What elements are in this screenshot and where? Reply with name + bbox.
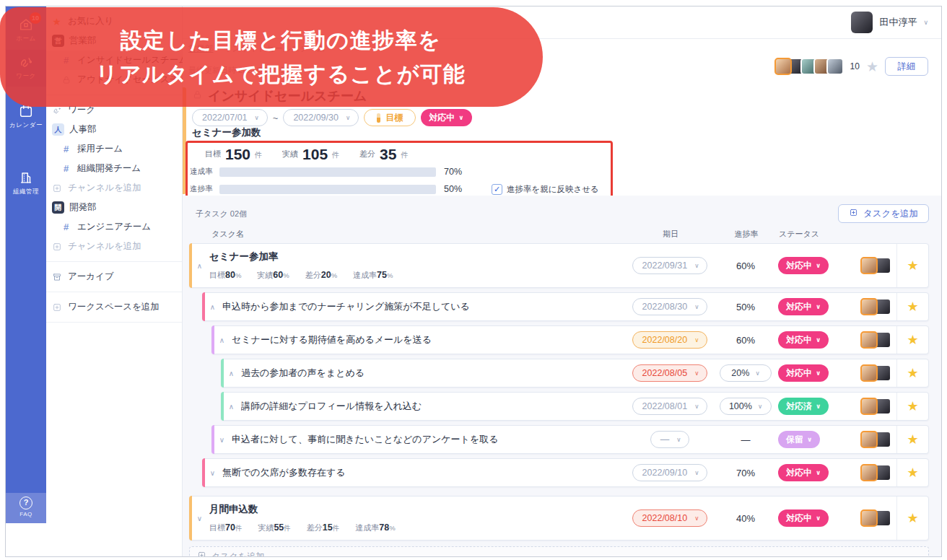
task-title[interactable]: 申込時から参加までのナーチャリング施策が不足している [222,300,621,313]
task-columns: 2022/08/01∨100%∨対応済∨ ★ [627,393,928,420]
sidebar-item-label: 組織開発チーム [77,162,141,175]
status-badge[interactable]: 対応中∨ [778,257,829,274]
add-task-button[interactable]: タスクを追加 [838,204,929,223]
assignee-avatars[interactable] [855,426,896,453]
nav-item-work[interactable]: ワーク [6,50,46,87]
status-badge[interactable]: 対応中∨ [778,364,829,382]
assignee-avatars[interactable] [855,293,896,320]
status-badge[interactable]: 保留∨ [778,431,820,448]
bar-track [219,185,436,194]
expand-chevron-icon[interactable]: ∨ [203,469,222,477]
reflect-to-parent-checkbox[interactable]: ✓ 進捗率を親に反映させる [492,184,599,195]
sidebar-item[interactable]: チャンネルを追加 [46,178,182,198]
status-badge[interactable]: 対応中∨ [778,331,829,349]
goal-status-badge[interactable]: 対応中∨ [421,109,471,126]
task-row: ∨月間申込数目標70件実績55件差分15件達成率78%2022/08/10∨40… [189,496,929,541]
sidebar-item[interactable]: 人人事部 [46,120,182,139]
sidebar-item[interactable]: #組織開発チーム [46,159,182,178]
meta-row: 営業部インサイドセールスチーム 最終更新日時 2021/04/06 19:42 … [183,39,941,79]
sidebar-item[interactable]: #インサイドセールスチーム [46,51,182,70]
sidebar: ★お気に入り営営業部#インサイドセールスチームアウトサイドセールスチームワーク人… [46,6,183,556]
task-title[interactable]: セミナーに対する期待値を高めるメールを送る [232,333,621,346]
chevron-down-icon: ∨ [676,436,681,443]
favorite-star[interactable]: ★ [907,465,918,481]
progress-select[interactable]: 20%∨ [720,364,772,382]
task-title[interactable]: 講師の詳細なプロフィール情報を入れ込む [241,400,621,413]
sidebar-item[interactable]: #エンジニアチーム [46,217,182,237]
sidebar-item[interactable]: 開開発部 [46,198,182,217]
due-date-select[interactable]: —∨ [650,431,690,448]
assignee-avatars[interactable] [855,326,896,354]
favorite-star[interactable]: ★ [907,365,918,381]
collapse-chevron-icon[interactable]: ∧ [222,369,241,377]
due-date-select[interactable]: 2022/08/01∨ [632,398,708,415]
status-badge[interactable]: 対応中∨ [778,464,829,481]
nav-item-home[interactable]: ホーム10 [6,12,46,49]
collapse-chevron-icon[interactable]: ∧ [222,403,241,411]
sidebar-item[interactable]: ★お気に入り [46,12,182,31]
due-date-select[interactable]: 2022/08/10∨ [632,509,708,527]
dept-avatar: 営 [52,35,64,47]
task-title[interactable]: セミナー参加率 [209,250,621,263]
member-avatars[interactable] [774,58,844,75]
favorite-star[interactable]: ★ [907,432,918,447]
goal-title[interactable]: インサイドセールスチーム [208,87,367,105]
expand-chevron-icon[interactable]: ∨ [212,436,232,444]
favorite-star-icon[interactable]: ★ [866,58,878,75]
task-row: ∨無断での欠席が多数存在する2022/09/10∨70%対応中∨ ★ [202,458,929,487]
sidebar-item-label: 営業部 [69,35,97,47]
task-columns: 2022/08/30∨50%対応中∨ ★ [627,293,928,320]
nav-item-org[interactable]: 組織管理 [6,165,46,202]
due-date-cell: 2022/08/20∨ [627,326,713,354]
status-badge[interactable]: 対応済∨ [778,398,829,415]
due-date-cell: 2022/08/05∨ [627,359,713,387]
sidebar-item[interactable]: #採用チーム [46,139,182,159]
task-title[interactable]: 過去の参加者の声をまとめる [241,367,621,380]
end-date-select[interactable]: 2022/09/30∨ [283,109,359,126]
task-stat: 実績60% [257,268,289,281]
due-date-select[interactable]: 2022/09/10∨ [632,464,708,481]
nav-item-calendar[interactable]: カレンダー [6,99,46,136]
collapse-chevron-icon[interactable]: ∧ [212,336,232,344]
favorite-star[interactable]: ★ [907,299,918,315]
sidebar-item[interactable]: ワークスペースを追加 [46,297,182,317]
faq-button[interactable]: ? FAQ [6,493,46,523]
task-title[interactable]: 申込者に対して、事前に聞きたいことなどのアンケートを取る [232,433,621,446]
task-title[interactable]: 無断での欠席が多数存在する [222,466,621,479]
due-date-select[interactable]: 2022/08/05∨ [632,364,708,382]
collapse-chevron-icon[interactable]: ∧ [190,262,209,270]
due-date-select[interactable]: 2022/09/31∨ [632,257,708,274]
favorite-star[interactable]: ★ [907,398,918,414]
status-badge[interactable]: 対応中∨ [778,298,829,315]
status-cell: 対応中∨ [778,496,855,540]
collapse-chevron-icon[interactable]: ∧ [203,303,222,311]
assignee-avatars[interactable] [855,359,896,387]
task-title[interactable]: 月間申込数 [209,503,621,516]
assignee-avatars[interactable] [855,459,896,486]
task-stat: 達成率75% [353,268,393,281]
assignee-avatars[interactable] [855,393,896,420]
detail-button[interactable]: 詳細 [885,57,928,76]
assignee-avatars[interactable] [855,244,896,287]
task-stat: 差分20% [305,268,337,281]
start-date-select[interactable]: 2022/07/01∨ [192,109,268,126]
favorite-star[interactable]: ★ [907,332,918,348]
progress-select[interactable]: 100%∨ [720,398,772,415]
sidebar-item[interactable]: 営営業部 [46,31,182,51]
assignee-avatar [860,398,878,415]
expand-chevron-icon[interactable]: ∨ [190,515,209,522]
user-menu[interactable]: 田中淳平 ∨ [851,12,928,33]
due-date-select[interactable]: 2022/08/20∨ [632,331,708,349]
due-date-select[interactable]: 2022/08/30∨ [632,298,708,315]
favorite-star[interactable]: ★ [907,258,918,274]
assignee-avatars[interactable] [855,496,896,540]
sidebar-item[interactable]: チャンネルを追加 [46,237,182,256]
favorite-star[interactable]: ★ [907,510,918,526]
sidebar-item-label: 採用チーム [77,143,123,155]
sidebar-item[interactable]: アウトサイドセールスチーム [46,70,182,89]
status-badge[interactable]: 対応中∨ [778,509,829,527]
goal-type-badge[interactable]: 目標 [364,109,416,126]
add-task-row[interactable]: タスクを追加 [189,546,929,557]
sidebar-item[interactable]: ワーク [46,100,182,120]
sidebar-item[interactable]: アーカイブ [46,267,182,286]
